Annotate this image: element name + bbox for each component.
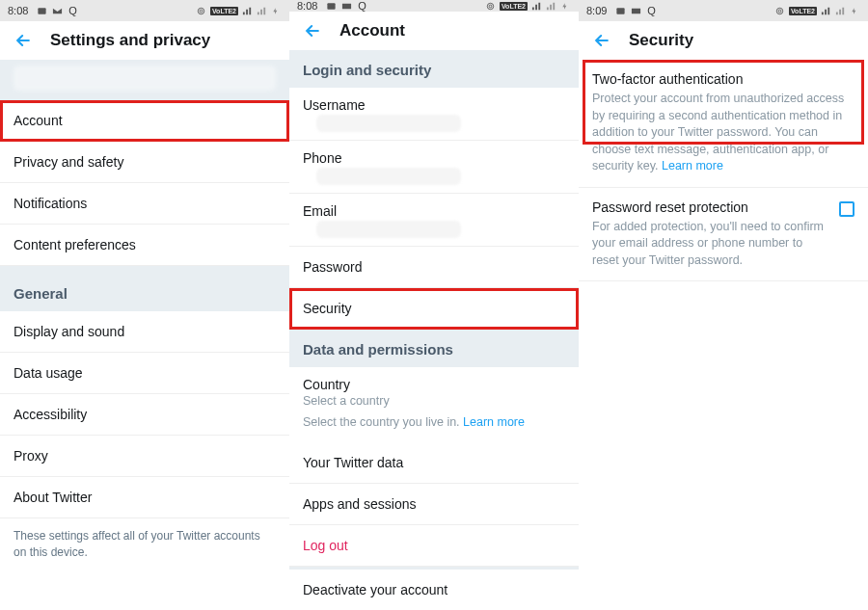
volte-badge: VoLTE2 [500,2,528,11]
tfa-desc: Protect your account from unauthorized a… [592,91,854,175]
menu-item-phone[interactable]: Phone [289,141,579,194]
menu-item-notifications[interactable]: Notifications [0,183,289,225]
status-bar: 8:08 Q VoLTE2 [289,0,579,12]
svg-point-4 [490,5,493,8]
menu-item-accessibility[interactable]: Accessibility [0,394,289,436]
menu-item-country[interactable]: Country Select a country [289,367,579,410]
learn-more-link[interactable]: Learn more [662,159,723,172]
phone-value-redacted [316,168,461,185]
menu-item-content-prefs[interactable]: Content preferences [0,225,289,266]
prp-desc: For added protection, you'll need to con… [592,219,829,270]
email-label: Email [303,203,565,219]
svg-point-7 [779,10,782,13]
mail-icon [340,0,352,12]
signal-icon [820,5,831,16]
menu-item-proxy[interactable]: Proxy [0,436,289,477]
menu-item-email[interactable]: Email [289,194,579,247]
menu-item-apps-sessions[interactable]: Apps and sessions [289,484,579,525]
volte-badge: VoLTE2 [789,7,817,15]
app-header: Account [289,12,579,50]
page-title: Security [629,31,693,50]
status-time: 8:09 [586,5,607,16]
svg-point-5 [488,3,494,9]
message-icon [325,0,337,12]
section-general: General [0,266,289,311]
menu-item-logout[interactable]: Log out [289,525,579,567]
app-header: Security [579,21,868,60]
back-icon[interactable] [14,31,33,50]
battery-icon [270,5,282,16]
mail-icon [51,5,63,16]
menu-item-account[interactable]: Account [0,100,289,142]
section-login-security: Login and security [289,50,579,88]
signal-icon [241,5,253,16]
menu-item-deactivate[interactable]: Deactivate your account [289,570,579,610]
username-label: Username [303,97,565,113]
country-sub: Select a country [303,394,565,408]
menu-item-display[interactable]: Display and sound [0,311,289,353]
email-value-redacted [316,221,461,238]
menu-item-twitter-data[interactable]: Your Twitter data [289,442,579,484]
svg-rect-0 [38,8,45,13]
tfa-title: Two-factor authentication [592,71,854,87]
section-data-permissions: Data and permissions [289,330,579,367]
menu-item-password[interactable]: Password [289,247,579,288]
svg-rect-3 [327,3,335,9]
hotspot-icon [485,0,497,12]
svg-point-1 [201,10,203,13]
signal-icon [530,0,542,12]
svg-rect-6 [616,8,624,13]
phone-label: Phone [303,150,565,166]
back-icon[interactable] [303,21,322,40]
prp-title: Password reset protection [592,199,829,215]
page-title: Account [339,21,405,40]
menu-item-about[interactable]: About Twitter [0,477,289,518]
prp-checkbox[interactable] [839,201,854,217]
status-time: 8:08 [8,5,28,16]
battery-icon [559,0,571,12]
q-icon: Q [645,5,657,16]
signal2-icon [834,5,846,16]
q-icon: Q [356,0,367,12]
menu-item-username[interactable]: Username [289,88,579,141]
menu-item-security[interactable]: Security [289,288,579,330]
menu-item-privacy[interactable]: Privacy and safety [0,142,289,183]
status-bar: 8:08 Q VoLTE2 [0,0,289,21]
country-label: Country [303,377,565,392]
hotspot-icon [196,5,207,16]
page-title: Settings and privacy [50,31,210,50]
account-handle-redacted [14,66,276,91]
country-note: Select the country you live in. Learn mo… [289,410,579,442]
hotspot-icon [774,5,786,16]
status-time: 8:08 [297,0,317,12]
username-value-redacted [316,115,461,132]
setting-two-factor[interactable]: Two-factor authentication Protect your a… [579,60,868,188]
signal2-icon [545,0,556,12]
mail-icon [630,5,641,16]
svg-point-8 [777,8,783,13]
status-bar: 8:09 Q VoLTE2 [579,0,868,21]
setting-password-reset-protection[interactable]: Password reset protection For added prot… [579,188,868,282]
svg-point-2 [199,8,204,13]
signal2-icon [256,5,267,16]
q-icon: Q [67,5,78,16]
message-icon [614,5,626,16]
app-header: Settings and privacy [0,21,289,60]
footer-note: These settings affect all of your Twitte… [0,518,289,570]
volte-badge: VoLTE2 [210,7,238,15]
battery-icon [849,5,860,16]
learn-more-link[interactable]: Learn more [463,415,525,429]
menu-item-data-usage[interactable]: Data usage [0,353,289,394]
back-icon[interactable] [592,31,611,50]
message-icon [36,5,47,16]
